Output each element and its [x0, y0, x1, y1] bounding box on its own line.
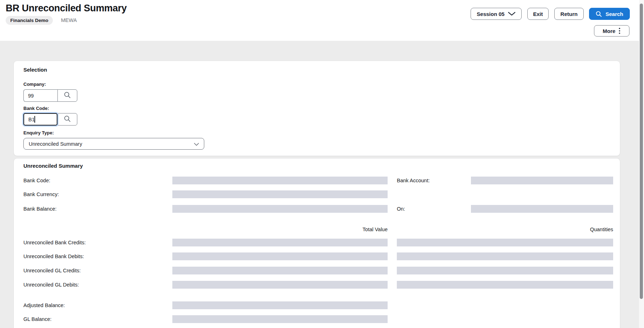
- label-adjusted-balance: Adjusted Balance:: [23, 301, 65, 309]
- column-header-quantities: Quantities: [397, 227, 613, 232]
- value-bar-adjusted-balance: [172, 301, 388, 309]
- app-badge: Financials Demo: [6, 16, 53, 25]
- return-button-label: Return: [560, 11, 577, 17]
- value-bar-ubc-quantity: [397, 239, 613, 246]
- value-bar-bank-currency: [172, 190, 388, 198]
- magnifier-icon: [64, 115, 71, 124]
- workspace-label: MEWA: [61, 17, 77, 23]
- label-bank-account: Bank Account:: [397, 177, 430, 184]
- enquiry-type-label: Enquiry Type:: [23, 130, 54, 135]
- page-title: BR Unreconciled Summary: [6, 3, 127, 14]
- selection-card: Selection Company: Bank Code: Enquiry Ty: [13, 61, 620, 156]
- value-bar-ubc-total: [172, 239, 388, 246]
- bank-code-lookup-button[interactable]: [57, 113, 77, 126]
- company-field-group: [23, 89, 77, 102]
- summary-heading: Unreconciled Summary: [23, 163, 83, 169]
- value-bar-ugc-quantity: [397, 267, 613, 274]
- value-bar-bank-account: [471, 177, 613, 184]
- company-label: Company:: [23, 82, 46, 87]
- value-bar-bank-balance: [172, 205, 388, 213]
- session-button-label: Session 05: [477, 11, 504, 17]
- column-header-total-value: Total Value: [172, 227, 388, 232]
- search-button-label: Search: [605, 11, 623, 17]
- company-lookup-button[interactable]: [57, 89, 77, 102]
- label-bank-balance: Bank Balance:: [23, 205, 57, 213]
- bank-code-input[interactable]: [23, 113, 57, 126]
- search-button[interactable]: Search: [589, 8, 630, 20]
- value-bar-ubd-total: [172, 252, 388, 260]
- text-caret: [34, 116, 35, 123]
- label-bank-code: Bank Code:: [23, 177, 50, 184]
- label-unreconciled-gl-credits: Unreconciled GL Credits:: [23, 267, 80, 274]
- chevron-down-icon: [508, 12, 516, 16]
- search-icon: [595, 11, 602, 17]
- company-input[interactable]: [23, 89, 57, 102]
- label-unreconciled-bank-credits: Unreconciled Bank Credits:: [23, 239, 86, 246]
- label-on: On:: [397, 205, 405, 213]
- more-button[interactable]: More: [594, 25, 629, 37]
- return-button[interactable]: Return: [554, 8, 584, 20]
- value-bar-bank-code: [172, 177, 388, 184]
- bank-code-label: Bank Code:: [23, 106, 49, 111]
- session-button[interactable]: Session 05: [471, 8, 522, 20]
- value-bar-ugd-total: [172, 281, 388, 289]
- value-bar-ugd-quantity: [397, 281, 613, 289]
- value-bar-gl-balance: [172, 315, 388, 323]
- magnifier-icon: [64, 91, 71, 100]
- label-unreconciled-gl-debits: Unreconciled GL Debits:: [23, 281, 79, 289]
- chevron-down-icon: [194, 141, 199, 147]
- summary-card: Unreconciled Summary Bank Code: Bank Acc…: [13, 158, 620, 328]
- bank-code-input-wrap: [23, 113, 57, 126]
- kebab-icon: [618, 27, 621, 34]
- exit-button-label: Exit: [533, 11, 543, 17]
- enquiry-type-select[interactable]: Unreconciled Summary: [23, 138, 204, 150]
- bank-code-field-group: [23, 113, 77, 126]
- page-header: BR Unreconciled Summary Financials Demo …: [0, 0, 644, 41]
- label-gl-balance: GL Balance:: [23, 315, 51, 323]
- exit-button[interactable]: Exit: [527, 8, 549, 20]
- value-bar-on: [471, 205, 613, 213]
- scrollbar-thumb[interactable]: [640, 4, 643, 299]
- more-button-label: More: [603, 28, 616, 34]
- selection-heading: Selection: [23, 67, 47, 73]
- value-bar-ubd-quantity: [397, 252, 613, 260]
- app-window: BR Unreconciled Summary Financials Demo …: [0, 0, 644, 328]
- page-scrollbar[interactable]: [639, 0, 644, 328]
- enquiry-type-value: Unreconciled Summary: [29, 141, 82, 147]
- label-bank-currency: Bank Currency:: [23, 190, 59, 198]
- value-bar-ugc-total: [172, 267, 388, 274]
- label-unreconciled-bank-debits: Unreconciled Bank Debits:: [23, 252, 84, 260]
